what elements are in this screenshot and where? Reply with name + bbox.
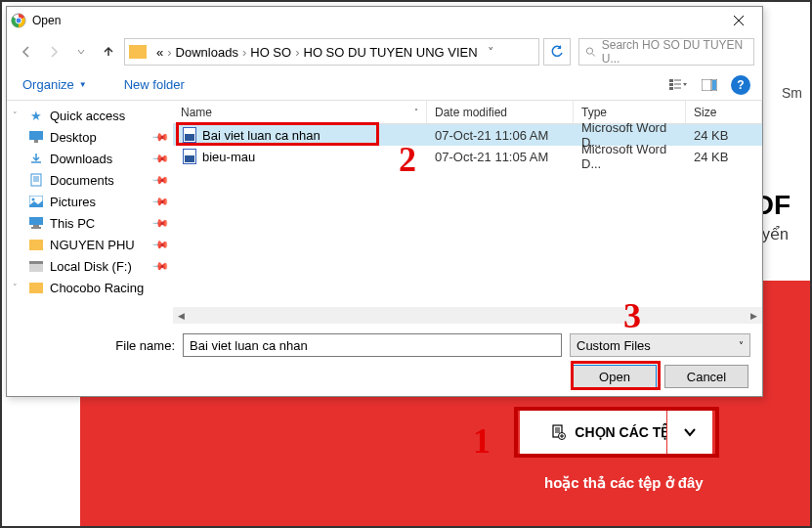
star-icon: ★ [28,108,44,123]
nav-up-button[interactable] [97,40,120,64]
dialog-footer: File name: Custom Files ˅ Open Cancel [7,326,762,396]
sidebar-item-pictures[interactable]: Pictures📌 [7,191,173,212]
navigation-bar: « › Downloads › HO SO › HO SO DU TUYEN U… [7,34,762,69]
breadcrumb-item-current[interactable]: HO SO DU TUYEN UNG VIEN [300,45,482,60]
bg-text-sm: Sm [782,85,802,101]
breadcrumb[interactable]: « › Downloads › HO SO › HO SO DU TUYEN U… [124,38,539,66]
file-list: Name˄ Date modified Type Size Bai viet l… [173,101,762,326]
pin-icon: 📌 [150,170,169,189]
file-name: Bai viet luan ca nhan [202,128,321,143]
sidebar-item-localdisk[interactable]: Local Disk (F:)📌 [7,255,173,277]
sidebar-item-documents[interactable]: Documents📌 [7,169,173,191]
dialog-title: Open [32,14,719,27]
preview-pane-button[interactable] [696,73,723,97]
pictures-icon [28,194,44,209]
column-size[interactable]: Size [686,101,762,123]
nav-back-button[interactable] [15,40,38,64]
horizontal-scrollbar[interactable]: ◀ ▶ [173,307,762,324]
svg-point-12 [586,48,592,54]
sidebar-item-folder1[interactable]: NGUYEN PHU📌 [7,234,173,255]
svg-rect-16 [669,87,673,90]
pin-icon: 📌 [150,192,169,210]
refresh-button[interactable] [543,38,571,66]
sidebar-item-folder2[interactable]: ˅Chocobo Racing [7,277,173,298]
arrow-right-icon [47,45,61,59]
desktop-icon [28,129,44,145]
scroll-left-button[interactable]: ◀ [173,307,190,324]
arrow-up-icon [102,45,115,59]
help-icon: ? [737,78,744,92]
help-button[interactable]: ? [731,75,750,95]
word-doc-icon [183,127,196,143]
pin-icon: 📌 [150,127,169,146]
sidebar-item-thispc[interactable]: This PC📌 [7,212,173,234]
sidebar-item-desktop[interactable]: Desktop📌 [7,126,173,148]
cancel-button[interactable]: Cancel [664,365,748,388]
close-icon [734,16,744,25]
bg-subheading-fragment: yển [762,225,789,243]
folder-icon [28,237,44,252]
scroll-right-button[interactable]: ▶ [746,307,762,324]
filetype-select[interactable]: Custom Files ˅ [570,333,750,357]
svg-rect-26 [31,174,41,186]
column-date[interactable]: Date modified [427,101,574,123]
svg-line-13 [592,54,595,57]
pin-icon: 📌 [150,256,169,275]
file-row[interactable]: bieu-mau 07-Oct-21 11:05 AM Microsoft Wo… [173,146,762,167]
search-input[interactable]: Search HO SO DU TUYEN U... [578,38,754,66]
pin-icon: 📌 [150,235,169,253]
refresh-icon [550,45,564,59]
dialog-body: ˅★Quick access Desktop📌 Downloads📌 Docum… [7,101,762,326]
breadcrumb-dropdown[interactable]: ˅ [482,45,501,60]
thispc-icon [28,215,44,231]
nav-recent-button[interactable] [69,40,93,64]
chevron-down-icon [77,48,85,56]
chevron-down-icon: ˅ [739,340,744,351]
annotation-box-1 [514,407,719,458]
filename-input[interactable] [183,333,562,357]
svg-rect-34 [31,227,41,229]
column-name[interactable]: Name˄ [173,101,427,123]
svg-point-31 [32,198,35,201]
new-folder-button[interactable]: New folder [120,75,189,94]
downloads-icon [28,151,44,166]
file-date: 07-Oct-21 11:05 AM [427,150,574,164]
folder-icon [129,45,147,59]
scroll-track[interactable] [190,307,746,324]
nav-forward-button[interactable] [42,40,65,64]
svg-rect-33 [33,225,39,227]
file-name: bieu-mau [202,150,255,164]
svg-rect-22 [712,80,716,90]
search-placeholder: Search HO SO DU TUYEN U... [602,38,748,66]
file-size: 24 KB [686,150,728,164]
file-size: 24 KB [686,128,728,143]
sidebar-item-quickaccess[interactable]: ˅★Quick access [7,105,173,126]
file-date: 07-Oct-21 11:06 AM [427,128,574,143]
svg-rect-32 [29,217,43,225]
svg-rect-23 [29,131,43,140]
organize-button[interactable]: Organize▼ [19,75,91,94]
chevron-down-icon: ▼ [79,80,87,89]
expand-icon: ˅ [13,110,22,120]
breadcrumb-item-downloads[interactable]: Downloads [172,45,242,60]
file-open-dialog: Open « › Downloads › HO SO › HO SO DU TU… [6,6,763,397]
documents-icon [28,172,44,188]
svg-point-9 [16,18,21,23]
view-mode-button[interactable] [664,73,692,97]
word-doc-icon [183,149,196,164]
toolbar: Organize▼ New folder ? [7,69,762,101]
svg-rect-24 [34,140,38,143]
open-button[interactable]: Open [573,365,657,388]
search-icon [585,46,596,58]
breadcrumb-ellipsis[interactable]: « [152,45,167,60]
titlebar: Open [7,7,762,34]
chrome-icon [11,13,26,28]
filename-label: File name: [19,338,175,353]
sidebar-item-downloads[interactable]: Downloads📌 [7,148,173,169]
breadcrumb-item-hoso[interactable]: HO SO [246,45,295,60]
drop-files-text: hoặc thả các tệp ở đây [544,474,704,492]
pin-icon: 📌 [150,213,169,232]
preview-pane-icon [702,79,717,91]
close-button[interactable] [719,9,758,32]
sort-indicator-icon: ˄ [414,108,418,116]
